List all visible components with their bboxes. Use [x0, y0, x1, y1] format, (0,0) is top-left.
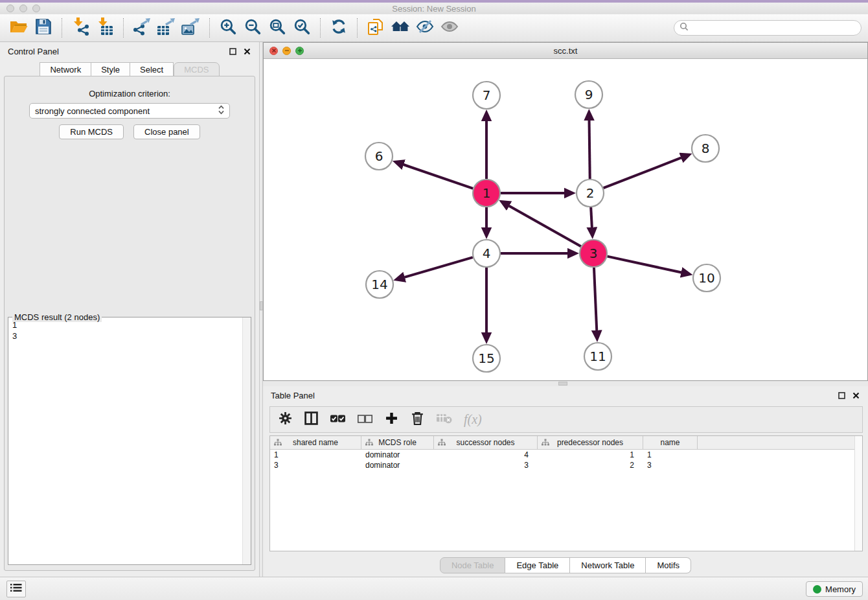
svg-text:11: 11: [589, 349, 606, 364]
close-panel-button[interactable]: Close panel: [133, 124, 200, 139]
gear-icon: [279, 411, 292, 428]
network-graph: 7968124314101511: [264, 59, 867, 380]
cell-shared-name[interactable]: 3: [270, 460, 361, 470]
result-scrollbar[interactable]: [242, 317, 251, 564]
graph-edge-2-3[interactable]: [591, 207, 592, 227]
graph-node-9[interactable]: 9: [575, 81, 602, 108]
close-panel-icon[interactable]: [243, 47, 251, 56]
table-row[interactable]: 1dominator411: [270, 450, 862, 460]
control-panel-tabs: NetworkStyleSelectMCDS: [0, 62, 259, 76]
graph-edge-4-14[interactable]: [404, 257, 472, 277]
zoom-in-button[interactable]: [216, 17, 240, 39]
tab-select[interactable]: Select: [130, 62, 174, 76]
table-scrollbar[interactable]: [854, 436, 862, 551]
tab-edge-table[interactable]: Edge Table: [505, 557, 570, 573]
network-canvas[interactable]: 7968124314101511: [264, 59, 867, 380]
column-header-successor-nodes[interactable]: successor nodes: [434, 436, 538, 449]
status-bar: Memory: [0, 577, 868, 600]
save-button[interactable]: [31, 17, 56, 39]
graph-edge-2-8[interactable]: [604, 157, 681, 188]
column-tree-icon: [274, 439, 282, 448]
deselect-all-button[interactable]: [358, 411, 372, 428]
float-panel-icon[interactable]: [229, 47, 237, 56]
gear-button[interactable]: [278, 411, 292, 428]
graph-node-4[interactable]: 4: [473, 240, 500, 267]
svg-text:6: 6: [375, 148, 383, 164]
memory-button[interactable]: Memory: [806, 581, 863, 597]
column-header-name[interactable]: name: [643, 436, 698, 449]
import-table-button[interactable]: [93, 17, 117, 39]
eye-button[interactable]: [437, 17, 462, 39]
search-icon: [680, 22, 689, 34]
cell-shared-name[interactable]: 1: [270, 450, 361, 460]
function-button: f(x): [464, 411, 482, 428]
clone-network-button[interactable]: [363, 17, 388, 39]
eye-slash-button[interactable]: [413, 17, 437, 39]
graph-node-6[interactable]: 6: [365, 143, 393, 170]
horizontal-splitter[interactable]: [263, 381, 868, 386]
graph-edge-3-1[interactable]: [509, 206, 581, 247]
tab-motifs[interactable]: Motifs: [646, 557, 691, 573]
refresh-icon: [330, 18, 347, 38]
column-header-shared-name[interactable]: shared name: [270, 436, 361, 449]
table-row[interactable]: 3dominator323: [270, 460, 862, 470]
toolbar-separator: [62, 18, 62, 38]
zoom-selected-button[interactable]: [290, 17, 314, 39]
toolbar-separator: [209, 18, 210, 38]
search-input[interactable]: [692, 23, 856, 33]
graph-node-2[interactable]: 2: [577, 179, 604, 207]
add-column-button[interactable]: [384, 411, 398, 428]
criterion-selected-value: strongly connected component: [35, 106, 150, 116]
graph-node-3[interactable]: 3: [580, 240, 607, 267]
toolbar-separator: [123, 18, 124, 38]
folder-open-button[interactable]: [6, 17, 31, 39]
column-tree-icon: [438, 439, 446, 448]
graph-node-11[interactable]: 11: [584, 343, 611, 370]
cell-predecessor-nodes[interactable]: 2: [538, 460, 643, 470]
tab-node-table[interactable]: Node Table: [440, 557, 506, 573]
run-mcds-button[interactable]: Run MCDS: [59, 124, 124, 139]
tab-network[interactable]: Network: [40, 62, 91, 76]
cell-MCDS-role[interactable]: dominator: [361, 450, 434, 460]
cell-MCDS-role[interactable]: dominator: [361, 460, 434, 470]
export-network-button[interactable]: [130, 17, 154, 39]
graph-edge-3-10[interactable]: [607, 257, 681, 273]
cell-successor-nodes[interactable]: 4: [434, 450, 538, 460]
search-field[interactable]: [674, 20, 862, 36]
graph-edge-2-9[interactable]: [589, 121, 590, 179]
export-table-button[interactable]: [154, 17, 179, 39]
graph-edge-3-11[interactable]: [594, 268, 597, 330]
table-columns-button[interactable]: [304, 411, 318, 428]
column-header-MCDS-role[interactable]: MCDS role: [361, 436, 434, 449]
graph-node-10[interactable]: 10: [693, 264, 720, 292]
tab-style[interactable]: Style: [91, 62, 130, 76]
tab-mcds[interactable]: MCDS: [174, 62, 219, 76]
export-image-button[interactable]: [179, 17, 203, 39]
homes-button[interactable]: [388, 17, 413, 39]
graph-node-8[interactable]: 8: [692, 135, 719, 162]
cell-name[interactable]: 1: [643, 450, 698, 460]
graph-node-7[interactable]: 7: [473, 82, 500, 109]
task-history-button[interactable]: [6, 581, 26, 597]
splitter-handle[interactable]: [558, 382, 567, 386]
column-header-predecessor-nodes[interactable]: predecessor nodes: [538, 436, 643, 449]
zoom-fit-button[interactable]: [265, 17, 290, 39]
graph-node-1[interactable]: 1: [473, 179, 500, 207]
optimization-criterion-select[interactable]: strongly connected component: [29, 103, 230, 119]
float-panel-icon[interactable]: [838, 391, 846, 400]
import-network-button[interactable]: [68, 17, 93, 39]
mcds-result-text[interactable]: 1 3: [8, 317, 251, 564]
graph-node-15[interactable]: 15: [473, 345, 500, 372]
trash-button[interactable]: [410, 411, 424, 428]
zoom-out-button[interactable]: [240, 17, 265, 39]
table-toolbar: f(x): [269, 406, 863, 433]
cell-predecessor-nodes[interactable]: 1: [538, 450, 643, 460]
tab-network-table[interactable]: Network Table: [570, 557, 646, 573]
graph-edge-1-6[interactable]: [404, 165, 473, 189]
graph-node-14[interactable]: 14: [366, 271, 393, 298]
cell-successor-nodes[interactable]: 3: [434, 460, 538, 470]
select-all-button[interactable]: [330, 411, 346, 428]
close-panel-icon[interactable]: [852, 391, 860, 400]
cell-name[interactable]: 3: [643, 460, 698, 470]
refresh-button[interactable]: [326, 17, 351, 39]
